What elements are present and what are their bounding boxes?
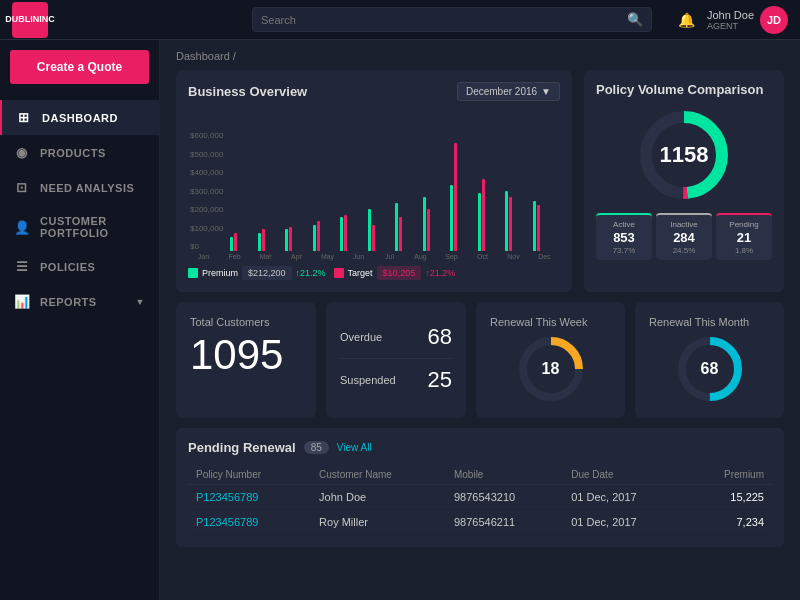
sidebar-label-need-analysis: NEED ANALYSIS — [40, 182, 134, 194]
sidebar-item-customer-portfolio[interactable]: 👤 CUSTOMER PORTFOLIO — [0, 205, 159, 249]
x-label-Aug: Aug — [405, 253, 436, 260]
policy-volume-card: Policy Volume Comparison 1158 — [584, 70, 784, 292]
x-label-Dec: Dec — [529, 253, 560, 260]
due-date: 01 Dec, 2017 — [563, 510, 687, 535]
sidebar-item-policies[interactable]: ☰ POLICIES — [0, 249, 159, 284]
col-customer: Customer Name — [311, 465, 446, 485]
x-label-Oct: Oct — [467, 253, 498, 260]
pending-renewal-header: Pending Renewal 85 View All — [188, 440, 772, 455]
chart-legend: Premium $212,200 ↑21.2% Target $10,205 ↑… — [188, 266, 560, 280]
bar-pink-Jun — [372, 225, 375, 251]
mobile: 9876546211 — [446, 510, 563, 535]
premium: 7,234 — [687, 510, 772, 535]
search-bar[interactable]: 🔍 — [252, 7, 652, 32]
y-label-5: $500,000 — [190, 150, 223, 159]
bar-pink-Aug — [427, 209, 430, 251]
search-input[interactable] — [261, 14, 621, 26]
bar-group-Jul — [395, 203, 420, 251]
bar-pink-Jan — [234, 233, 237, 251]
bar-pink-Dec — [537, 205, 540, 251]
customers-label: Total Customers — [190, 316, 302, 328]
bar-green-Aug — [423, 197, 426, 251]
customers-value: 1095 — [190, 334, 302, 376]
sidebar-item-need-analysis[interactable]: ⊡ NEED ANALYSIS — [0, 170, 159, 205]
y-label-1: $100,000 — [190, 224, 223, 233]
overdue-suspended-card: Overdue 68 Suspended 25 — [326, 302, 466, 418]
user-info: John Doe AGENT JD — [707, 6, 788, 34]
avatar: JD — [760, 6, 788, 34]
customer-name: John Doe — [311, 485, 446, 510]
sidebar-label-reports: REPORTS — [40, 296, 97, 308]
active-label: Active — [600, 220, 648, 229]
products-icon: ◉ — [14, 145, 30, 160]
col-premium: Premium — [687, 465, 772, 485]
month-label: December 2016 — [466, 86, 537, 97]
stats-row: Total Customers 1095 Overdue 68 Suspende… — [176, 302, 784, 418]
customer-portfolio-icon: 👤 — [14, 220, 30, 235]
logo-icon: DUBLIN INC — [12, 2, 48, 38]
policies-icon: ☰ — [14, 259, 30, 274]
bar-pink-Mar — [289, 227, 292, 251]
pending-stat: Pending 21 1.8% — [716, 213, 772, 260]
policy-link[interactable]: P123456789 — [188, 485, 311, 510]
bar-group-Sep — [450, 143, 475, 251]
bar-green-Jan — [230, 237, 233, 251]
sidebar-item-dashboard[interactable]: ⊞ DASHBOARD — [0, 100, 159, 135]
inactive-pct: 24.5% — [660, 246, 708, 255]
x-label-Jun: Jun — [343, 253, 374, 260]
pending-renewal-badge: 85 — [304, 441, 329, 454]
table-body: P123456789 John Doe 9876543210 01 Dec, 2… — [188, 485, 772, 535]
bar-green-May — [340, 217, 343, 251]
suspended-row: Suspended 25 — [340, 359, 452, 401]
business-chart: $600,000 $500,000 $400,000 $300,000 $200… — [188, 111, 560, 251]
bar-pink-May — [344, 215, 347, 251]
notification-icon[interactable]: 🔔 — [678, 12, 695, 28]
reports-chevron-icon: ▼ — [136, 297, 145, 307]
premium-legend-label: Premium — [202, 268, 238, 278]
renewal-week-value: 18 — [542, 360, 560, 378]
col-policy: Policy Number — [188, 465, 311, 485]
bar-pink-Oct — [482, 179, 485, 251]
bar-pink-Nov — [509, 197, 512, 251]
pending-pct: 1.8% — [720, 246, 768, 255]
header: DUBLIN INC 🔍 🔔 John Doe AGENT JD — [0, 0, 800, 40]
premium: 15,225 — [687, 485, 772, 510]
y-label-3: $300,000 — [190, 187, 223, 196]
suspended-value: 25 — [428, 367, 452, 393]
pending-value: 21 — [720, 230, 768, 245]
table-row: P123456789 Roy Miller 9876546211 01 Dec,… — [188, 510, 772, 535]
total-customers-card: Total Customers 1095 — [176, 302, 316, 418]
x-label-May: May — [312, 253, 343, 260]
sidebar-item-products[interactable]: ◉ PRODUCTS — [0, 135, 159, 170]
donut-wrap: 1158 — [634, 105, 734, 205]
bar-green-Oct — [478, 193, 481, 251]
policy-volume-donut: 1158 — [596, 105, 772, 205]
active-stat: Active 853 73.7% — [596, 213, 652, 260]
y-label-2: $200,000 — [190, 205, 223, 214]
renewal-week-label: Renewal This Week — [490, 316, 611, 328]
sidebar-label-policies: POLICIES — [40, 261, 95, 273]
x-label-Mar: Mar — [250, 253, 281, 260]
policy-stats: Active 853 73.7% Inactive 284 24.5% Pend… — [596, 213, 772, 260]
bar-group-Jun — [368, 209, 393, 251]
col-mobile: Mobile — [446, 465, 563, 485]
create-quote-button[interactable]: Create a Quote — [10, 50, 149, 84]
bar-green-Jul — [395, 203, 398, 251]
x-label-Jul: Jul — [374, 253, 405, 260]
policy-link[interactable]: P123456789 — [188, 510, 311, 535]
overdue-label: Overdue — [340, 331, 382, 343]
sidebar-item-reports[interactable]: 📊 REPORTS ▼ — [0, 284, 159, 319]
x-label-Feb: Feb — [219, 253, 250, 260]
view-all-link[interactable]: View All — [337, 442, 372, 453]
business-overview-header: Business Overview December 2016 ▼ — [188, 82, 560, 101]
sidebar-label-products: PRODUCTS — [40, 147, 106, 159]
user-role: AGENT — [707, 21, 754, 31]
month-selector[interactable]: December 2016 ▼ — [457, 82, 560, 101]
bar-green-Jun — [368, 209, 371, 251]
policy-volume-title: Policy Volume Comparison — [596, 82, 772, 97]
bars-container — [230, 131, 558, 251]
x-label-Nov: Nov — [498, 253, 529, 260]
legend-premium: Premium $212,200 ↑21.2% — [188, 266, 326, 280]
renewal-month-donut: 68 — [675, 334, 745, 404]
target-dot — [334, 268, 344, 278]
